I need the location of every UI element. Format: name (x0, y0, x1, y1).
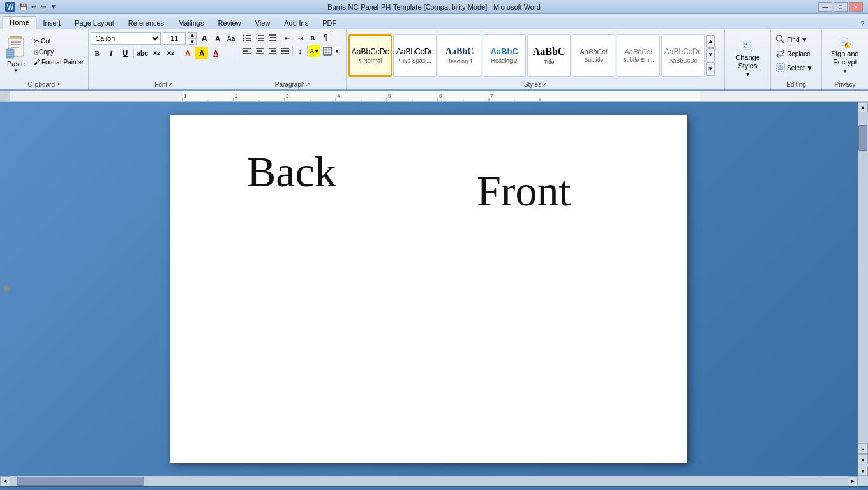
style-no-spacing[interactable]: AaBbCcDc ¶ No Spaci... (393, 34, 437, 77)
font-expand-btn[interactable]: ↗ (168, 82, 173, 87)
bullet-list-icon (243, 33, 251, 42)
clear-format-btn[interactable]: Aa (225, 33, 237, 44)
svg-point-54 (847, 46, 848, 47)
multilevel-list-btn[interactable] (267, 32, 278, 43)
font-section: Calibri Arial Times New Roman ▲ ▼ A A Aa… (89, 29, 239, 89)
scrollbar-thumb[interactable] (858, 125, 867, 151)
scrollbar-shrink-btn[interactable]: ● (858, 443, 868, 454)
italic-btn[interactable]: I (105, 47, 117, 59)
tab-review[interactable]: Review (211, 16, 248, 29)
show-hide-btn[interactable]: ¶ (320, 32, 331, 43)
customize-qa-btn[interactable]: ▼ (49, 3, 58, 11)
font-size-increase-btn[interactable]: ▲ (188, 32, 197, 38)
scrollbar-full-btn[interactable]: ● (858, 454, 868, 464)
style-heading1[interactable]: AaBbC Heading 1 (438, 34, 481, 77)
sign-encrypt-btn[interactable]: Sign andEncrypt ▼ (825, 34, 864, 77)
paste-icon (5, 35, 27, 59)
line-spacing-btn[interactable]: ↕ (294, 45, 306, 57)
horizontal-scrollbar[interactable]: ◄ ► (0, 476, 868, 486)
h-scroll-thumb[interactable] (17, 477, 144, 486)
bold-btn[interactable]: B (91, 47, 103, 59)
redo-btn[interactable]: ↪ (40, 3, 47, 11)
subscript-btn[interactable]: X2 (150, 47, 163, 59)
borders-btn[interactable] (322, 45, 333, 57)
tab-addins[interactable]: Add-Ins (277, 16, 315, 29)
copy-button[interactable]: ⎘ Copy (31, 47, 86, 57)
document-page[interactable]: Back Front (170, 115, 687, 463)
select-button[interactable]: Select ▼ (773, 61, 819, 74)
decrease-indent-btn[interactable]: ⇤ (281, 32, 293, 43)
vertical-scrollbar[interactable]: ▲ ● ● ▼ (858, 102, 868, 476)
help-btn[interactable]: ? (857, 19, 868, 29)
bullet-list-btn[interactable] (241, 32, 253, 43)
maximize-btn[interactable]: □ (834, 2, 848, 12)
style-subtle-em-label: Subtle Em... (623, 57, 654, 63)
align-left-btn[interactable] (241, 45, 253, 57)
align-center-btn[interactable] (254, 45, 266, 57)
minimize-btn[interactable]: — (818, 2, 832, 12)
text-highlight-btn[interactable]: A (195, 47, 208, 59)
svg-point-12 (243, 38, 245, 40)
styles-scroll-down-btn[interactable]: ▼ (706, 48, 715, 61)
doc-scroll-area[interactable]: Back Front (0, 102, 858, 476)
clipboard-expand-btn[interactable]: ↗ (56, 82, 61, 87)
close-btn[interactable]: ✕ (849, 2, 863, 12)
font-format-row: B I U abc X2 X2 A A A (91, 47, 222, 59)
tab-pdf[interactable]: PDF (315, 16, 343, 29)
replace-button[interactable]: Replace (773, 47, 819, 60)
style-subtitle[interactable]: AaBbCcI Subtitle (572, 34, 615, 77)
change-styles-icon: Aa Aa (737, 40, 758, 52)
styles-more-btn[interactable]: ⊞ (706, 62, 715, 76)
font-content: Calibri Arial Times New Roman ▲ ▼ A A Aa… (91, 31, 237, 80)
tab-mailings[interactable]: Mailings (171, 16, 211, 29)
paragraph-expand-btn[interactable]: ↗ (306, 82, 310, 87)
text-effect-btn[interactable]: A (181, 47, 194, 59)
svg-rect-36 (281, 53, 289, 54)
increase-indent-btn[interactable]: ⇥ (294, 32, 306, 43)
paste-button[interactable]: Paste ▼ (2, 33, 30, 75)
svg-rect-21 (258, 40, 264, 41)
shading-btn[interactable]: A▼ (309, 45, 320, 57)
style-more[interactable]: AaBbCcDc AaBbCcDc (661, 34, 705, 77)
style-normal[interactable]: AaBbCcDc ¶ Normal (348, 34, 392, 77)
cut-button[interactable]: ✂ Cut (31, 36, 86, 47)
font-size-decrease-btn[interactable]: ▼ (188, 38, 197, 45)
borders-dropdown-arrow[interactable]: ▼ (334, 48, 340, 54)
style-subtle-em[interactable]: AaBbCcI Subtle Em... (617, 34, 660, 77)
h-scroll-track[interactable] (10, 476, 848, 486)
underline-btn[interactable]: U (119, 47, 131, 59)
grow-font-btn[interactable]: A (198, 33, 210, 44)
scrollbar-up-btn[interactable]: ▲ (858, 102, 868, 112)
align-right-btn[interactable] (267, 45, 278, 57)
font-color-btn[interactable]: A (209, 47, 222, 59)
superscript-btn[interactable]: X2 (164, 47, 177, 59)
font-sep2 (179, 48, 179, 58)
h-scroll-left-btn[interactable]: ◄ (0, 476, 10, 486)
tab-page-layout[interactable]: Page Layout (68, 16, 121, 29)
justify-icon (281, 47, 290, 56)
justify-btn[interactable] (280, 45, 291, 57)
style-title[interactable]: AaBbC Title (527, 34, 571, 77)
scrollbar-down-btn[interactable]: ▼ (858, 466, 868, 476)
style-heading2[interactable]: AaBbC Heading 2 (483, 34, 526, 77)
scrollbar-track[interactable] (858, 112, 868, 442)
h-scroll-right-btn[interactable]: ► (848, 476, 858, 486)
bottom-area: ◄ ► Page: 1 of 2 Words: 6 EN ABC (0, 476, 868, 490)
sort-btn[interactable]: ⇅ (307, 32, 318, 43)
numbered-list-btn[interactable]: 1. 2. 3. (254, 32, 266, 43)
tab-home[interactable]: Home (3, 16, 36, 29)
tab-view[interactable]: View (248, 16, 278, 29)
tab-references[interactable]: References (121, 16, 171, 29)
format-painter-button[interactable]: 🖌 Format Painter (31, 57, 86, 67)
strikethrough-btn[interactable]: abc (136, 47, 149, 59)
font-size-input[interactable] (163, 32, 186, 45)
undo-btn[interactable]: ↩ (30, 3, 38, 11)
shrink-font-btn[interactable]: A (212, 33, 223, 44)
styles-scroll-up-btn[interactable]: ▲ (706, 35, 715, 48)
tab-insert[interactable]: Insert (36, 16, 68, 29)
find-button[interactable]: Find ▼ (773, 33, 819, 46)
save-btn[interactable]: 💾 (18, 3, 28, 11)
styles-expand-btn[interactable]: ↗ (542, 82, 547, 87)
change-styles-btn[interactable]: Aa Aa ChangeStyles ▼ (730, 37, 766, 80)
font-name-select[interactable]: Calibri Arial Times New Roman (91, 32, 161, 45)
